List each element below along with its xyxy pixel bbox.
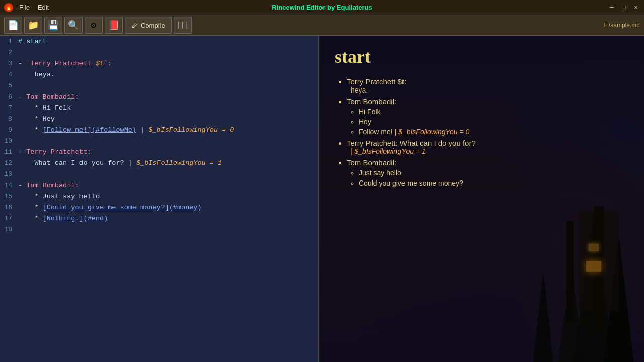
toolbar: 📄 📁 💾 🔍 ⚙ 📕 🖊 Compile ||| F:\sample.md — [0, 15, 644, 36]
line-number: 18 — [0, 224, 16, 235]
book-icon: 📕 — [108, 20, 119, 31]
titlebar-left: 🔥 File Edit — [4, 3, 49, 12]
line-number: 3 — [0, 58, 16, 69]
choice-link: Could you give me some money? — [359, 179, 463, 187]
list-item: Terry Pratchett $t: heya. — [347, 77, 629, 94]
list-item: Tom Bombadil: Hi Folk Hey Follow me! | $… — [347, 97, 629, 136]
line-number: 6 — [0, 92, 16, 103]
maximize-btn[interactable]: □ — [620, 4, 628, 12]
line-content: * [Could you give me some money?](#money… — [16, 202, 202, 213]
line-number: 7 — [0, 103, 16, 114]
condition-text: | $_bIsFollowingYou = 1 — [351, 147, 426, 155]
line-content: * [Follow me!](#followMe) | $_bIsFollowi… — [16, 125, 234, 136]
condition-text: | $_bIsFollowingYou = 0 — [395, 128, 470, 136]
line-number: 11 — [0, 147, 16, 158]
bars-icon: ||| — [176, 21, 189, 29]
line-number: 16 — [0, 202, 16, 213]
speaker-name: Terry Pratchett $t: — [347, 77, 406, 86]
line-content: - `Terry Pratchett $t`: — [16, 58, 112, 69]
line-content: * [Nothing.](#end) — [16, 213, 108, 224]
editor-line: 13 — [0, 169, 318, 180]
close-btn[interactable]: ✕ — [632, 4, 640, 12]
app-icon: 🔥 — [4, 3, 13, 12]
editor-line: 17 * [Nothing.](#end) — [0, 213, 318, 224]
menu-file[interactable]: File — [19, 4, 30, 11]
menu-bar: File Edit — [19, 4, 49, 11]
editor-line: 14 - Tom Bombadil: — [0, 180, 318, 191]
line-number: 1 — [0, 36, 16, 47]
line-number: 17 — [0, 213, 16, 224]
line-number: 4 — [0, 69, 16, 80]
line-number: 8 — [0, 114, 16, 125]
find-icon: 🔍 — [68, 20, 79, 31]
filepath: F:\sample.md — [603, 22, 640, 29]
editor-line: 5 — [0, 80, 318, 92]
list-item: Terry Pratchett: What can I do you for? … — [347, 139, 629, 155]
editor-line: 15 * Just say hello — [0, 191, 318, 202]
editor-line: 18 — [0, 224, 318, 235]
speaker-name: Terry Pratchett: What can I do you for? — [347, 139, 476, 147]
menu-edit[interactable]: Edit — [38, 4, 49, 11]
new-file-icon: 📄 — [8, 20, 19, 31]
editor-line: 9 * [Follow me!](#followMe) | $_bIsFollo… — [0, 125, 318, 136]
window-controls: ─ □ ✕ — [608, 4, 640, 12]
sublist-item: Follow me! | $_bIsFollowingYou = 0 — [359, 128, 629, 136]
main-area: 1 # start 2 3 - `Terry Pratchett $t`: 4 … — [0, 36, 644, 362]
line-content: * Hi Folk — [16, 103, 71, 114]
app-title: Rincewind Editor by Equilaterus — [272, 4, 372, 11]
line-number: 15 — [0, 191, 16, 202]
line-content — [16, 47, 18, 58]
editor-line: 4 heya. — [0, 69, 318, 80]
compile-label: Compile — [141, 22, 165, 29]
line-number: 9 — [0, 125, 16, 136]
settings-icon: ⚙ — [91, 20, 97, 31]
compile-btn[interactable]: 🖊 Compile — [125, 17, 172, 34]
line-content: What can I do you for? | $_bIsFollowingY… — [16, 158, 222, 169]
line-number: 12 — [0, 158, 16, 169]
condition-block: | $_bIsFollowingYou = 1 — [347, 147, 629, 155]
line-content: * Hey — [16, 114, 55, 125]
line-content — [16, 169, 18, 180]
line-number: 10 — [0, 136, 16, 147]
line-content: heya. — [16, 69, 55, 80]
editor-line: 6 - Tom Bombadil: — [0, 92, 318, 103]
editor-line: 1 # start — [0, 36, 318, 47]
preview-list: Terry Pratchett $t: heya. Tom Bombadil: … — [335, 77, 629, 187]
speaker-name: Tom Bombadil: — [347, 158, 396, 167]
line-content: - Tom Bombadil: — [16, 180, 79, 191]
bars-btn[interactable]: ||| — [174, 17, 192, 34]
sublist-item: Just say hello — [359, 169, 629, 177]
line-content: # start — [16, 36, 47, 47]
titlebar: 🔥 File Edit Rincewind Editor by Equilate… — [0, 0, 644, 15]
settings-btn[interactable]: ⚙ — [85, 17, 103, 34]
preview-content: start Terry Pratchett $t: heya. Tom Bomb… — [319, 36, 644, 362]
minimize-btn[interactable]: ─ — [608, 4, 616, 12]
editor-line: 12 What can I do you for? | $_bIsFollowi… — [0, 158, 318, 169]
line-content — [16, 136, 18, 147]
line-content: - Terry Pratchett: — [16, 147, 92, 158]
line-number: 14 — [0, 180, 16, 191]
editor-line: 7 * Hi Folk — [0, 103, 318, 114]
open-file-btn[interactable]: 📁 — [24, 17, 42, 34]
editor-line: 16 * [Could you give me some money?](#mo… — [0, 202, 318, 213]
sublist-item: Could you give me some money? — [359, 179, 629, 187]
book-btn[interactable]: 📕 — [105, 17, 123, 34]
editor-pane[interactable]: 1 # start 2 3 - `Terry Pratchett $t`: 4 … — [0, 36, 319, 362]
speaker-name: Tom Bombadil: — [347, 97, 396, 106]
open-file-icon: 📁 — [28, 20, 39, 31]
editor-line: 10 — [0, 136, 318, 147]
preview-title: start — [335, 46, 629, 67]
choice-link: Follow me! — [359, 128, 393, 136]
editor-line: 11 - Terry Pratchett: — [0, 147, 318, 158]
preview-pane: start Terry Pratchett $t: heya. Tom Bomb… — [319, 36, 644, 362]
find-btn[interactable]: 🔍 — [64, 17, 83, 34]
line-content: - Tom Bombadil: — [16, 92, 79, 103]
editor-line: 2 — [0, 47, 318, 58]
save-file-btn[interactable]: 💾 — [44, 17, 62, 34]
editor-line: 8 * Hey — [0, 114, 318, 125]
line-number: 5 — [0, 80, 16, 92]
line-number: 2 — [0, 47, 16, 58]
new-file-btn[interactable]: 📄 — [4, 17, 22, 34]
line-content: * Just say hello — [16, 191, 100, 202]
sublist-item: Hey — [359, 118, 629, 126]
